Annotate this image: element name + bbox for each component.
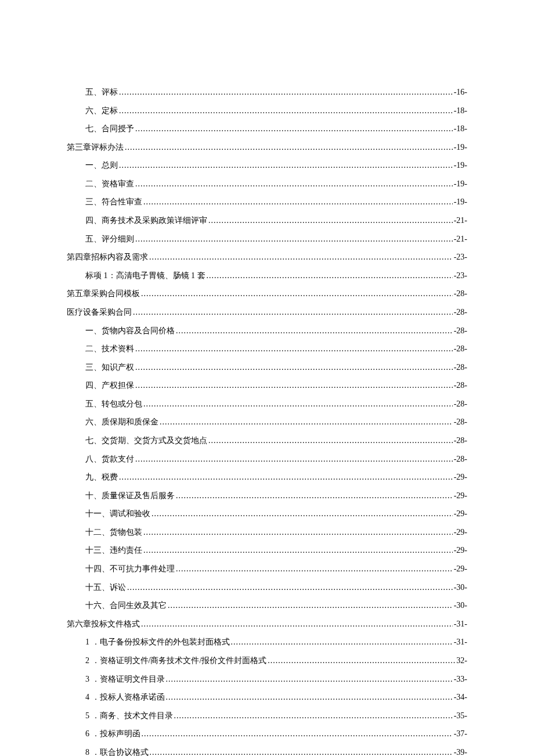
toc-entry[interactable]: 第五章采购合同模板-28- [67,287,467,300]
toc-entry[interactable]: 九、税费-29- [67,471,467,484]
toc-entry[interactable]: 四、产权担保-28- [67,379,467,392]
toc-entry[interactable]: 三、符合性审查-19- [67,196,467,208]
toc-entry[interactable]: 十二、货物包装-29- [67,526,467,539]
toc-entry-label: 十一、调试和验收 [85,507,150,520]
toc-entry-page: -34- [454,691,467,704]
toc-entry[interactable]: 8 ．联合协议格式-39- [67,746,467,756]
toc-entry-page: -31- [454,636,467,649]
toc-entry-page: -29- [454,507,467,520]
toc-entry-page: -28- [454,306,467,319]
toc-entry-label: 七、交货期、交货方式及交货地点 [85,434,207,447]
toc-leader-dots [119,159,453,172]
toc-entry[interactable]: 4 ．投标人资格承诺函-34- [67,691,467,704]
toc-entry-page: -28- [454,361,467,374]
toc-entry[interactable]: 十六、合同生效及其它-30- [67,599,467,612]
toc-leader-dots [141,287,453,300]
toc-leader-dots [207,269,453,282]
toc-entry-label: 十五、诉讼 [85,581,126,594]
toc-entry-page: -30- [454,581,467,594]
toc-entry-page: -18- [454,123,467,135]
toc-entry[interactable]: 第三章评标办法-19- [67,141,467,154]
toc-leader-dots [208,214,453,227]
toc-leader-dots [149,251,453,264]
toc-entry[interactable]: 第六章投标文件格式-31- [67,618,467,631]
toc-leader-dots [135,453,453,466]
toc-entry-page: 32- [456,654,467,667]
toc-leader-dots [176,489,453,502]
toc-entry-label: 1 ．电子备份投标文件的外包装封面格式 [85,636,230,649]
toc-entry[interactable]: 五、评标-16- [67,86,467,99]
toc-entry[interactable]: 七、合同授予-18- [67,123,467,135]
toc-entry[interactable]: 医疗设备采购合同-28- [67,306,467,319]
toc-leader-dots [135,379,453,392]
toc-entry-page: -28- [454,398,467,411]
toc-leader-dots [151,507,453,520]
toc-entry-label: 十二、货物包装 [85,526,142,539]
toc-entry[interactable]: 三、知识产权-28- [67,361,467,374]
toc-entry[interactable]: 十、质量保证及售后服务-29- [67,489,467,502]
toc-entry-page: -28- [454,343,467,355]
toc-entry-label: 第六章投标文件格式 [67,618,140,631]
toc-entry-page: -19- [454,178,467,190]
toc-entry[interactable]: 十一、调试和验收-29- [67,507,467,520]
toc-entry-page: -23- [454,251,467,264]
toc-entry-page: -21- [454,233,467,246]
toc-entry-page: -29- [454,563,467,575]
toc-entry-label: 医疗设备采购合同 [67,306,132,319]
toc-entry[interactable]: 七、交货期、交货方式及交货地点-28- [67,434,467,447]
toc-entry[interactable]: 六、质保期和质保金-28- [67,416,467,429]
toc-entry-label: 8 ．联合协议格式 [85,746,149,756]
toc-entry-page: -39- [454,746,467,756]
toc-entry[interactable]: 5 ．商务、技术文件目录-35- [67,710,467,722]
toc-entry[interactable]: 第四章招标内容及需求-23- [67,251,467,264]
toc-entry[interactable]: 六、定标-18- [67,105,467,117]
toc-entry-page: -28- [454,325,467,337]
toc-entry[interactable]: 一、货物内容及合同价格-28- [67,325,467,337]
toc-entry-label: 八、货款支付 [85,453,134,466]
toc-entry[interactable]: 标项 1：高清电子胃镜、肠镜 1 套-23- [67,269,467,282]
toc-entry-page: -21- [454,214,467,227]
toc-entry-page: -28- [454,434,467,447]
toc-entry-label: 第五章采购合同模板 [67,287,140,300]
toc-leader-dots [176,325,453,337]
toc-entry[interactable]: 十五、诉讼-30- [67,581,467,594]
toc-entry-page: -28- [454,287,467,300]
toc-entry-page: -29- [454,471,467,484]
toc-entry[interactable]: 十四、不可抗力事件处理-29- [67,563,467,575]
toc-entry-label: 一、总则 [85,159,118,172]
toc-entry-page: -35- [454,710,467,722]
toc-entry-page: -28- [454,416,467,429]
toc-entry[interactable]: 3 ．资格证明文件目录-33- [67,673,467,686]
toc-entry[interactable]: 一、总则-19- [67,159,467,172]
toc-entry[interactable]: 2 ．资格证明文件/商务技术文件/报价文件封面格式32- [67,654,467,667]
toc-entry-label: 5 ．商务、技术文件目录 [85,710,173,722]
toc-leader-dots [268,654,455,667]
toc-entry-page: -16- [454,86,467,99]
toc-entry-label: 标项 1：高清电子胃镜、肠镜 1 套 [85,269,205,282]
toc-entry[interactable]: 二、资格审查-19- [67,178,467,190]
toc-entry[interactable]: 6 ．投标声明函-37- [67,728,467,740]
toc-leader-dots [135,123,453,135]
toc-entry[interactable]: 五、转包或分包-28- [67,398,467,411]
toc-entry[interactable]: 1 ．电子备份投标文件的外包装封面格式-31- [67,636,467,649]
toc-entry-page: -29- [454,544,467,557]
toc-entry-label: 三、知识产权 [85,361,134,374]
toc-entry-label: 4 ．投标人资格承诺函 [85,691,165,704]
toc-leader-dots [143,196,453,208]
toc-entry[interactable]: 二、技术资料-28- [67,343,467,355]
toc-leader-dots [125,141,453,154]
toc-entry[interactable]: 八、货款支付-28- [67,453,467,466]
toc-leader-dots [119,105,453,117]
toc-entry-label: 3 ．资格证明文件目录 [85,673,165,686]
toc-entry[interactable]: 十三、违约责任-29- [67,544,467,557]
toc-entry-label: 五、评标 [85,86,118,99]
toc-leader-dots [135,233,453,246]
toc-entry[interactable]: 四、商务技术及采购政策详细评审-21- [67,214,467,227]
toc-entry-page: -19- [454,196,467,208]
toc-entry[interactable]: 五、评分细则-21- [67,233,467,246]
toc-leader-dots [166,691,453,704]
toc-entry-label: 五、评分细则 [85,233,134,246]
toc-entry-label: 七、合同授予 [85,123,134,135]
toc-entry-label: 四、商务技术及采购政策详细评审 [85,214,207,227]
toc-entry-page: -33- [454,673,467,686]
